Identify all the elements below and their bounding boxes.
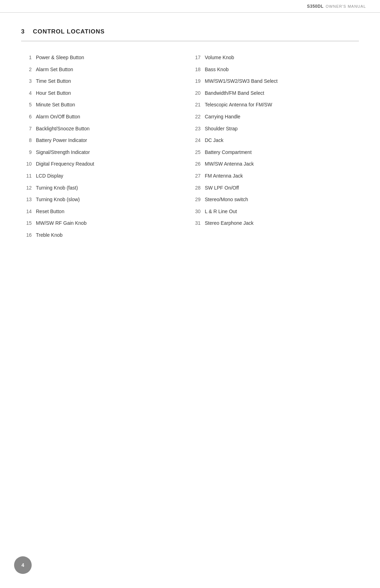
- item-label: DC Jack: [205, 137, 223, 144]
- list-item: 13 Turning Knob (slow): [21, 194, 190, 206]
- list-item: 31 Stereo Earphone Jack: [190, 217, 359, 229]
- item-number: 25: [190, 149, 201, 155]
- item-number: 24: [190, 137, 201, 143]
- item-label: Volume Knob: [205, 54, 234, 61]
- item-label: Shoulder Strap: [205, 125, 238, 132]
- list-item: 22 Carrying Handle: [190, 111, 359, 123]
- item-label: Stereo Earphone Jack: [205, 220, 254, 227]
- section-number: 3 CONTROL LOCATIONS: [21, 28, 105, 35]
- list-item: 30 L & R Line Out: [190, 206, 359, 218]
- item-number: 21: [190, 102, 201, 107]
- list-item: 12 Turning Knob (fast): [21, 182, 190, 194]
- item-number: 5: [21, 102, 32, 107]
- item-number: 31: [190, 220, 201, 226]
- item-label: Turning Knob (slow): [36, 196, 80, 203]
- item-label: Bandwidth/FM Band Select: [205, 90, 264, 97]
- list-item: 11 LCD Display: [21, 170, 190, 182]
- list-item: 10 Digital Frequency Readout: [21, 158, 190, 170]
- item-label: Signal/Strength Indicator: [36, 149, 90, 156]
- item-label: Power & Sleep Button: [36, 54, 84, 61]
- list-item: 18 Bass Knob: [190, 64, 359, 76]
- item-label: Time Set Button: [36, 78, 71, 85]
- item-number: 29: [190, 197, 201, 202]
- item-number: 10: [21, 161, 32, 167]
- item-number: 23: [190, 126, 201, 131]
- section-divider: [21, 41, 359, 41]
- list-item: 28 SW LPF On/Off: [190, 182, 359, 194]
- page-number: 4: [14, 556, 32, 574]
- items-grid: 1 Power & Sleep Button 2 Alarm Set Butto…: [21, 52, 359, 241]
- item-label: Battery Compartment: [205, 149, 252, 156]
- item-label: FM Antenna Jack: [205, 173, 243, 180]
- list-item: 6 Alarm On/Off Button: [21, 111, 190, 123]
- list-item: 16 Treble Knob: [21, 229, 190, 241]
- page-header: S350DL OWNER'S MANUAL: [0, 0, 380, 13]
- model-name: S350DL: [307, 4, 323, 9]
- item-number: 28: [190, 185, 201, 191]
- list-item: 23 Shoulder Strap: [190, 123, 359, 135]
- list-item: 8 Battery Power Indicator: [21, 135, 190, 147]
- item-number: 1: [21, 55, 32, 60]
- item-label: MW/SW Antenna Jack: [205, 161, 254, 168]
- list-item: 20 Bandwidth/FM Band Select: [190, 87, 359, 99]
- item-number: 8: [21, 137, 32, 143]
- item-number: 2: [21, 67, 32, 72]
- item-number: 27: [190, 173, 201, 179]
- manual-subtitle: OWNER'S MANUAL: [326, 4, 366, 8]
- list-item: 26 MW/SW Antenna Jack: [190, 158, 359, 170]
- item-number: 26: [190, 161, 201, 167]
- item-number: 19: [190, 78, 201, 84]
- list-item: 9 Signal/Strength Indicator: [21, 147, 190, 159]
- item-number: 9: [21, 149, 32, 155]
- item-label: LCD Display: [36, 173, 63, 180]
- list-item: 4 Hour Set Button: [21, 87, 190, 99]
- item-number: 20: [190, 90, 201, 96]
- item-label: MW/SW1/SW2/SW3 Band Select: [205, 78, 278, 85]
- item-label: Bass Knob: [205, 66, 229, 73]
- item-label: Backlight/Snooze Button: [36, 125, 90, 132]
- item-number: 22: [190, 114, 201, 119]
- list-item: 2 Alarm Set Button: [21, 64, 190, 76]
- item-number: 18: [190, 67, 201, 72]
- list-item: 3 Time Set Button: [21, 75, 190, 87]
- item-label: Carrying Handle: [205, 113, 240, 120]
- item-label: Battery Power Indicator: [36, 137, 87, 144]
- item-label: Telescopic Antenna for FM/SW: [205, 101, 272, 109]
- item-number: 6: [21, 114, 32, 119]
- item-label: L & R Line Out: [205, 208, 237, 215]
- item-label: Alarm On/Off Button: [36, 113, 80, 120]
- item-label: SW LPF On/Off: [205, 185, 239, 192]
- section-header: 3 CONTROL LOCATIONS: [21, 28, 359, 41]
- page-number-text: 4: [21, 562, 24, 568]
- list-item: 27 FM Antenna Jack: [190, 170, 359, 182]
- item-number: 15: [21, 220, 32, 226]
- item-label: Reset Button: [36, 208, 64, 215]
- item-number: 16: [21, 232, 32, 238]
- list-item: 15 MW/SW RF Gain Knob: [21, 217, 190, 229]
- list-item: 14 Reset Button: [21, 206, 190, 218]
- list-item: 24 DC Jack: [190, 135, 359, 147]
- item-number: 13: [21, 197, 32, 202]
- left-column: 1 Power & Sleep Button 2 Alarm Set Butto…: [21, 52, 190, 241]
- item-number: 7: [21, 126, 32, 131]
- section-number-text: 3: [21, 28, 25, 35]
- item-label: Minute Set Button: [36, 101, 75, 109]
- item-number: 30: [190, 209, 201, 214]
- item-label: Stereo/Mono switch: [205, 196, 248, 203]
- list-item: 5 Minute Set Button: [21, 99, 190, 111]
- list-item: 17 Volume Knob: [190, 52, 359, 64]
- item-number: 17: [190, 55, 201, 60]
- item-label: Treble Knob: [36, 232, 63, 239]
- list-item: 21 Telescopic Antenna for FM/SW: [190, 99, 359, 111]
- item-label: Alarm Set Button: [36, 66, 73, 73]
- item-number: 11: [21, 173, 32, 179]
- item-number: 3: [21, 78, 32, 84]
- list-item: 1 Power & Sleep Button: [21, 52, 190, 64]
- list-item: 25 Battery Compartment: [190, 147, 359, 159]
- list-item: 29 Stereo/Mono switch: [190, 194, 359, 206]
- item-number: 4: [21, 90, 32, 96]
- right-column: 17 Volume Knob 18 Bass Knob 19 MW/SW1/SW…: [190, 52, 359, 241]
- item-label: Digital Frequency Readout: [36, 161, 94, 168]
- list-item: 7 Backlight/Snooze Button: [21, 123, 190, 135]
- main-content: 3 CONTROL LOCATIONS 1 Power & Sleep Butt…: [21, 28, 359, 241]
